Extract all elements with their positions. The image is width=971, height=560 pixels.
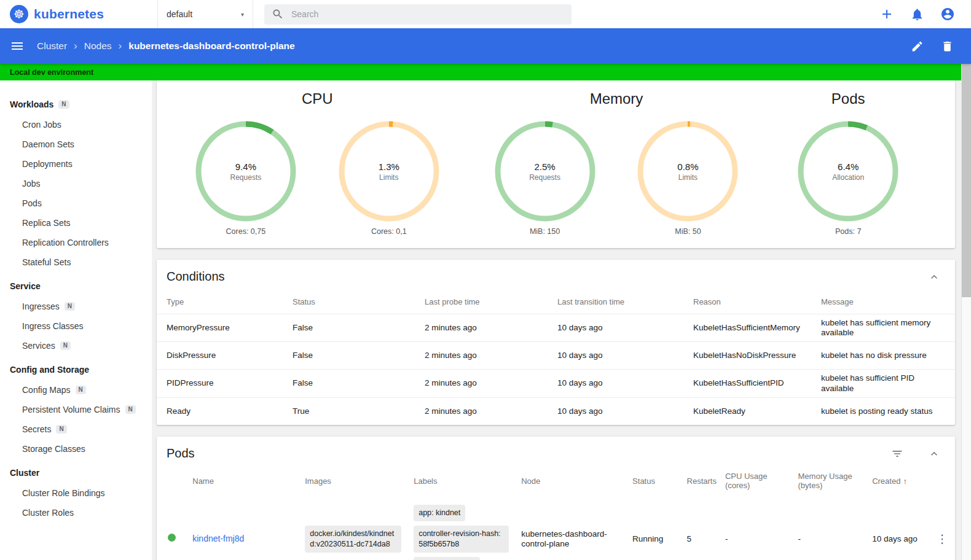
gauge-sublabel: Requests [529,173,560,182]
cond-status: False [286,342,419,370]
col-type: Type [157,292,286,314]
gauge-sublabel: Limits [379,173,398,182]
search-bar [264,4,572,25]
pods-allocation-group: Pods 6.4% [766,85,930,236]
cond-type: MemoryPressure [157,314,286,342]
col-created-sort[interactable]: Created ↑ [866,469,930,499]
sidebar-item-replication-controllers[interactable]: Replication Controllers [0,233,152,252]
delete-trash-icon[interactable] [941,40,954,53]
kebab-menu-icon[interactable]: ⋮ [937,532,948,545]
sidebar-item-cluster[interactable]: Cluster [0,462,152,483]
kubernetes-dashboard: ☸ kubernetes default ▾ [0,0,971,560]
sidebar-item-config-and-storage[interactable]: Config and Storage [0,359,152,380]
conditions-card: Conditions Type [157,260,955,425]
sidebar-item-persistent-volume-claims[interactable]: Persistent Volume ClaimsN [0,400,152,419]
cond-reason: KubeletHasSufficientPID [687,370,815,397]
image-chip: docker.io/kindest/kindnetd:v20230511-dc7… [305,526,401,553]
cond-message: kubelet has sufficient PID available [815,370,955,397]
gauge-percent: 0.8% [677,161,698,172]
notifications-bell-icon[interactable] [910,7,924,21]
sidebar-group-config-storage: Config and Storage Config MapsN Persiste… [0,359,152,459]
memory-allocation-group: Memory 2.5% [467,85,766,236]
sidebar-item-secrets[interactable]: SecretsN [0,419,152,439]
gauge-percent: 9.4% [235,161,256,172]
sidebar-group-label: Config and Storage [10,365,89,375]
breadcrumb-nodes[interactable]: Nodes [84,41,112,52]
cond-probe: 2 minutes ago [419,397,551,425]
collapse-chevron-up-icon[interactable] [928,271,940,283]
sidebar-item-services[interactable]: ServicesN [0,336,152,356]
cond-message: kubelet is posting ready status [815,397,955,425]
cond-probe: 2 minutes ago [419,314,551,342]
pod-status: Running [626,499,680,560]
cond-type: DiskPressure [157,342,286,370]
sidebar-group-cluster: Cluster Cluster Role Bindings Cluster Ro… [0,462,152,523]
new-badge: N [125,405,136,414]
sidebar-item-config-maps[interactable]: Config MapsN [0,380,152,400]
sidebar-item-replica-sets[interactable]: Replica Sets [0,213,152,233]
memory-section-title: Memory [467,85,766,121]
sidebar-group-service: Service IngressesN Ingress Classes Servi… [0,276,152,356]
hamburger-menu-icon[interactable] [10,39,25,53]
namespace-value: default [167,9,192,19]
namespace-select[interactable]: default ▾ [157,0,253,28]
scrollbar-thumb[interactable] [962,64,971,297]
search-input[interactable] [291,9,564,19]
sidebar-group-workloads: Workloads N Cron Jobs Daemon Sets Deploy… [0,94,152,272]
account-icon[interactable] [940,7,955,21]
label-chip: k8s-app: kindnet [414,557,480,560]
edit-pencil-icon[interactable] [911,40,924,53]
sidebar-item-workloads[interactable]: Workloads N [0,94,152,115]
vertical-scrollbar[interactable] [961,64,971,560]
sidebar-group-label: Workloads [10,99,53,109]
cpu-section-title: CPU [168,85,467,121]
gauge-sublabel: Limits [678,173,698,182]
col-memory-usage: Memory Usage (bytes) [792,469,867,499]
page-title: kubernetes-dashboard-control-plane [128,41,294,52]
sidebar-item-stateful-sets[interactable]: Stateful Sets [0,252,152,272]
new-badge: N [76,386,86,394]
brand-home-link[interactable]: ☸ kubernetes [0,5,157,23]
sidebar-item-cluster-roles[interactable]: Cluster Roles [0,503,152,523]
sidebar-item-storage-classes[interactable]: Storage Classes [0,439,152,459]
brand-text: kubernetes [34,7,104,21]
conditions-table: Type Status Last probe time Last transit… [157,292,955,425]
sidebar-item-pods[interactable]: Pods [0,193,152,213]
cond-probe: 2 minutes ago [419,370,551,397]
sidebar-item-jobs[interactable]: Jobs [0,174,152,193]
label-chip: controller-revision-hash: 58f5b657b8 [414,526,509,553]
sidebar-item-cron-jobs[interactable]: Cron Jobs [0,115,152,134]
pod-name-link[interactable]: kindnet-fmj8d [192,534,244,543]
sidebar-item-ingresses[interactable]: IngressesN [0,297,152,316]
breadcrumb-cluster[interactable]: Cluster [37,41,67,52]
col-last-transition-time: Last transition time [551,292,687,314]
filter-icon[interactable] [891,448,903,460]
cond-status: True [286,397,419,425]
cond-reason: KubeletHasNoDiskPressure [687,342,815,370]
sidebar-item-cluster-role-bindings[interactable]: Cluster Role Bindings [0,483,152,503]
nav-bar: Cluster › Nodes › kubernetes-dashboard-c… [0,28,971,64]
pods-card: Pods [157,437,955,560]
sidebar-item-daemon-sets[interactable]: Daemon Sets [0,134,152,154]
cond-transition: 10 days ago [551,314,687,342]
pod-memory: - [792,499,867,560]
new-badge: N [65,302,75,311]
sidebar-item-service[interactable]: Service [0,276,152,297]
sidebar-item-deployments[interactable]: Deployments [0,154,152,174]
gauge-cpu-limits: 1.3% Limits Cores: 0,1 [324,121,454,236]
col-name: Name [186,469,299,499]
col-status-dot [157,469,186,499]
pod-cpu: - [719,499,792,560]
pod-node: kubernetes-dashboard-control-plane [515,499,626,560]
sidebar-item-ingress-classes[interactable]: Ingress Classes [0,316,152,336]
gauge-footer: MiB: 50 [675,227,701,236]
col-restarts: Restarts [681,469,719,499]
cond-transition: 10 days ago [551,370,687,397]
gauge-memory-limits: 0.8% Limits MiB: 50 [623,121,753,236]
breadcrumb: Cluster › Nodes › kubernetes-dashboard-c… [37,40,295,52]
collapse-chevron-up-icon[interactable] [928,448,940,460]
conditions-header-row: Type Status Last probe time Last transit… [157,292,955,314]
add-resource-button[interactable] [879,7,894,21]
gauge-footer: Cores: 0,1 [371,227,407,236]
table-row: Ready True 2 minutes ago 10 days ago Kub… [157,397,955,425]
